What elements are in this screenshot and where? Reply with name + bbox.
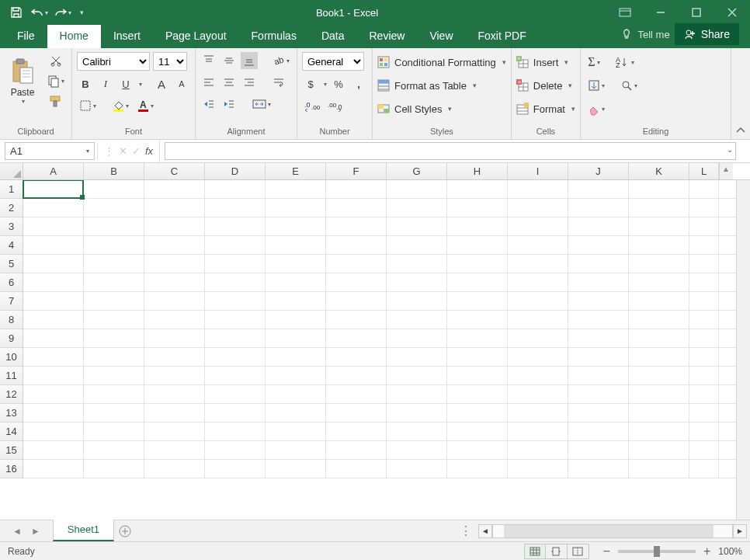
cell[interactable]: [629, 236, 689, 254]
row-header[interactable]: 9: [0, 329, 23, 348]
tab-page-layout[interactable]: Page Layout: [153, 25, 239, 48]
tab-review[interactable]: Review: [357, 25, 418, 48]
cell-styles-button[interactable]: Cell Styles▾: [377, 100, 506, 117]
cell[interactable]: [387, 441, 447, 459]
cell[interactable]: [266, 460, 326, 478]
cell[interactable]: [266, 367, 326, 384]
row-header[interactable]: 2: [0, 199, 23, 217]
cell[interactable]: [266, 217, 326, 235]
row-header[interactable]: 10: [0, 348, 23, 367]
cell[interactable]: [447, 292, 508, 310]
cell[interactable]: [568, 385, 629, 403]
cell[interactable]: [387, 460, 447, 478]
tab-data[interactable]: Data: [309, 25, 357, 48]
cell[interactable]: [23, 423, 84, 440]
row-header[interactable]: 12: [0, 385, 23, 404]
find-select-button[interactable]: ▾: [618, 77, 640, 94]
expand-formula-bar-icon[interactable]: ⌄: [727, 145, 733, 154]
cell[interactable]: [144, 273, 205, 291]
cell[interactable]: [508, 348, 568, 366]
cell[interactable]: [84, 385, 144, 403]
row-header[interactable]: 1: [0, 180, 23, 199]
cell[interactable]: [266, 348, 326, 366]
column-header[interactable]: K: [629, 163, 689, 179]
cell[interactable]: [689, 404, 719, 422]
column-header[interactable]: A: [23, 163, 84, 179]
formula-enter-button[interactable]: ✓: [132, 145, 141, 157]
cell[interactable]: [144, 441, 205, 459]
cell[interactable]: [84, 404, 144, 422]
cell[interactable]: [568, 255, 629, 273]
column-header[interactable]: G: [387, 163, 447, 179]
cell[interactable]: [326, 236, 387, 254]
column-header[interactable]: L: [689, 163, 719, 179]
cell[interactable]: [23, 404, 84, 422]
cell[interactable]: [629, 460, 689, 478]
cell[interactable]: [84, 273, 144, 291]
cell[interactable]: [629, 199, 689, 217]
insert-cells-button[interactable]: + Insert▾: [516, 54, 575, 71]
cell[interactable]: [326, 292, 387, 310]
formula-input[interactable]: ⌄: [165, 142, 736, 160]
increase-decimal-button[interactable]: .0.00: [302, 97, 322, 114]
cell[interactable]: [568, 292, 629, 310]
cell[interactable]: [629, 217, 689, 235]
cell[interactable]: [205, 217, 266, 235]
cell[interactable]: [23, 311, 84, 329]
cell[interactable]: [23, 255, 84, 273]
cell[interactable]: [144, 236, 205, 254]
cell[interactable]: [266, 255, 326, 273]
cell[interactable]: [568, 460, 629, 478]
cell[interactable]: [266, 329, 326, 347]
clear-button[interactable]: ▾: [585, 100, 607, 117]
row-header[interactable]: 5: [0, 255, 23, 273]
cell[interactable]: [447, 311, 508, 329]
cell[interactable]: [144, 385, 205, 403]
cell[interactable]: [629, 329, 689, 347]
name-box[interactable]: A1 ▾: [5, 142, 95, 160]
cell[interactable]: [266, 180, 326, 198]
cell[interactable]: [84, 348, 144, 366]
cell[interactable]: [568, 273, 629, 291]
underline-button[interactable]: U: [117, 75, 134, 92]
cell[interactable]: [205, 236, 266, 254]
cell[interactable]: [387, 329, 447, 347]
cell[interactable]: [266, 199, 326, 217]
cell[interactable]: [84, 311, 144, 329]
cell[interactable]: [326, 385, 387, 403]
wrap-text-button[interactable]: [270, 74, 287, 91]
cell[interactable]: [84, 329, 144, 347]
cell[interactable]: [84, 423, 144, 440]
cell[interactable]: [447, 348, 508, 366]
align-left-button[interactable]: [200, 74, 217, 91]
cell[interactable]: [266, 385, 326, 403]
cell[interactable]: [387, 180, 447, 198]
column-header[interactable]: F: [326, 163, 387, 179]
cell[interactable]: [266, 292, 326, 310]
row-header[interactable]: 13: [0, 404, 23, 423]
cell[interactable]: [205, 385, 266, 403]
sheet-tab[interactable]: Sheet1: [53, 520, 114, 541]
cell[interactable]: [205, 404, 266, 422]
zoom-in-button[interactable]: +: [703, 544, 710, 558]
column-header[interactable]: B: [84, 163, 144, 179]
tab-insert[interactable]: Insert: [101, 25, 153, 48]
cell[interactable]: [23, 329, 84, 347]
align-middle-button[interactable]: [220, 52, 238, 69]
row-header[interactable]: 16: [0, 460, 23, 478]
percent-format-button[interactable]: %: [330, 75, 347, 92]
row-header[interactable]: 15: [0, 441, 23, 460]
cell[interactable]: [144, 404, 205, 422]
fill-color-button[interactable]: ▾: [109, 97, 131, 114]
cell[interactable]: [508, 236, 568, 254]
cell[interactable]: [508, 441, 568, 459]
cell[interactable]: [689, 460, 719, 478]
cell[interactable]: [447, 460, 508, 478]
cell[interactable]: [266, 311, 326, 329]
zoom-slider[interactable]: [618, 550, 696, 553]
merge-center-button[interactable]: ▾: [250, 96, 273, 113]
cell[interactable]: [205, 255, 266, 273]
accounting-format-button[interactable]: $: [302, 75, 319, 92]
cell[interactable]: [23, 348, 84, 366]
cell[interactable]: [205, 423, 266, 440]
